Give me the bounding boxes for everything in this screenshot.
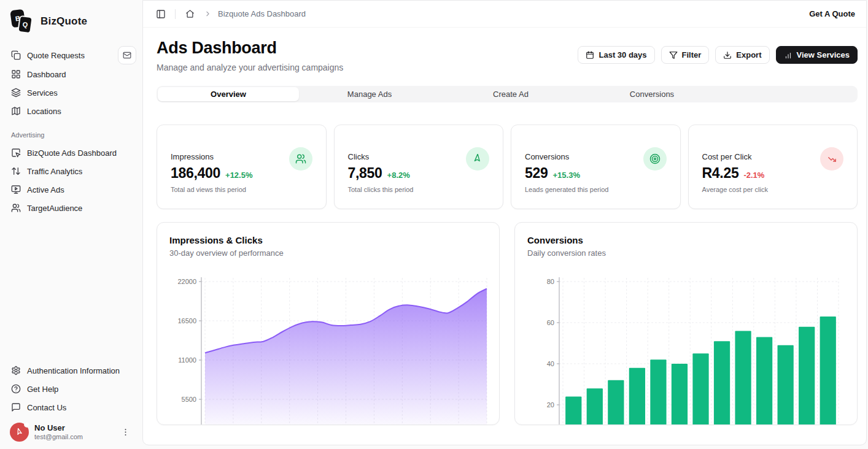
brand: B Q BizQuote [6,0,136,45]
sidebar-item-label: Locations [27,107,61,116]
main-panel: Bizquote Ads Dashboard Get A Quote Ads D… [142,0,867,445]
stat-description: Total ad views this period [171,186,312,193]
users-icon [289,147,312,171]
get-a-quote-link[interactable]: Get A Quote [809,9,855,18]
download-icon [723,51,732,59]
chevron-right-icon [204,10,212,18]
chart-subtitle: 30-day overview of performance [169,248,487,258]
stat-value: 529 [525,165,548,182]
topbar: Bizquote Ads Dashboard Get A Quote [143,1,866,28]
impressions-clicks-chart-card: Impressions & Clicks 30-day overview of … [157,222,500,425]
svg-text:22000: 22000 [177,278,196,285]
sidebar-item-services[interactable]: Services [6,84,136,101]
sidebar: B Q BizQuote Quote Requests Dashbo [0,0,142,449]
filter-label: Filter [682,50,702,59]
user-name: No User [34,423,113,433]
sidebar-item-targetaudience[interactable]: TargetAudience [6,199,136,217]
monitor-play-icon [11,185,21,194]
sidebar-item-label: Dashboard [27,70,66,79]
sidebar-item-label: TargetAudience [27,204,82,213]
home-breadcrumb-button[interactable] [182,6,198,22]
date-range-button[interactable]: Last 30 days [578,46,654,64]
stat-delta: -2.1% [743,171,764,180]
svg-text:16500: 16500 [177,317,196,324]
sidebar-item-get-help[interactable]: Get Help [6,380,136,397]
filter-icon [669,51,678,59]
trending-down-icon [820,147,843,171]
stat-value: R4.25 [702,165,739,182]
filter-button[interactable]: Filter [661,46,710,64]
chart-title: Conversions [527,235,845,245]
export-label: Export [736,50,761,59]
cursor-icon [15,428,24,437]
avatar [10,423,29,442]
sidebar-toggle-button[interactable] [153,6,169,22]
sidebar-item-label: Authentication Information [27,366,120,375]
bar-chart-icon [784,51,792,59]
page-subtitle: Manage and analyze your advertising camp… [157,63,343,72]
users-icon [11,203,21,213]
sidebar-item-authentication-information[interactable]: Authentication Information [6,362,136,379]
page-head: Ads Dashboard Manage and analyze your ad… [157,39,858,72]
tab-list: Overview Manage Ads Create Ad Conversion… [157,86,858,102]
stat-value: 7,850 [348,165,382,182]
content: Ads Dashboard Manage and analyze your ad… [143,28,866,445]
sidebar-item-bizquote-ads-dashboard[interactable]: BizQuote Ads Dashboard [6,144,136,161]
quote-requests-mail-button[interactable] [118,46,136,64]
page-head-text: Ads Dashboard Manage and analyze your ad… [157,39,343,72]
sidebar-item-traffic-analytics[interactable]: Traffic Analytics [6,163,136,180]
stat-description: Leads generated this period [525,186,667,193]
sidebar-spacer [6,217,136,361]
map-icon [11,106,21,116]
sidebar-item-label: Active Ads [27,185,64,194]
sidebar-item-label: Get Help [27,385,58,394]
topbar-divider [175,9,176,19]
page-title: Ads Dashboard [157,39,343,58]
mouse-pointer-icon [466,147,489,171]
app-root: B Q BizQuote Quote Requests Dashbo [0,0,868,449]
sidebar-item-dashboard[interactable]: Dashboard [6,66,136,83]
charts-row: Impressions & Clicks 30-day overview of … [157,222,858,425]
bizquote-logo-icon: B Q [11,9,33,34]
stat-card-impressions: Impressions 186,400 +12.5% Total ad view… [157,125,327,209]
sidebar-item-contact-us[interactable]: Contact Us [6,399,136,416]
head-actions: Last 30 days Filter Export [578,46,858,64]
conversions-chart-card: Conversions Daily conversion rates 80604… [514,222,858,425]
user-menu-button[interactable] [118,425,133,439]
chat-icon [11,402,21,412]
user-meta: No User test@gmail.com [34,423,113,441]
stat-delta: +8.2% [387,171,410,180]
user-profile[interactable]: No User test@gmail.com [6,416,136,449]
export-button[interactable]: Export [715,46,769,64]
gear-icon [11,366,21,375]
arrows-up-down-icon [11,166,21,176]
sidebar-item-active-ads[interactable]: Active Ads [6,181,136,198]
stat-value: 186,400 [171,165,220,182]
view-services-button[interactable]: View Services [776,46,858,64]
svg-text:40: 40 [547,360,554,367]
tab-overview[interactable]: Overview [158,87,299,101]
svg-text:20: 20 [547,401,554,409]
sidebar-item-locations[interactable]: Locations [6,102,136,120]
tab-create-ad[interactable]: Create Ad [440,87,581,101]
sidebar-item-label: BizQuote Ads Dashboard [27,148,117,158]
target-icon [643,147,667,171]
stat-description: Average cost per click [702,186,844,193]
sidebar-item-label: Contact Us [27,403,66,412]
mail-icon [123,51,131,59]
breadcrumb[interactable]: Bizquote Ads Dashboard [218,9,306,18]
stat-card-clicks: Clicks 7,850 +8.2% Total clicks this per… [334,125,504,209]
sidebar-item-quote-requests[interactable]: Quote Requests [6,47,118,64]
grid-icon [11,69,21,79]
tab-conversions[interactable]: Conversions [581,87,723,101]
chart-subtitle: Daily conversion rates [527,248,845,258]
tab-manage-ads[interactable]: Manage Ads [299,87,440,101]
date-range-label: Last 30 days [599,50,646,59]
calendar-icon [586,51,594,59]
stat-cards: Impressions 186,400 +12.5% Total ad view… [157,125,858,209]
sidebar-item-label: Services [27,88,58,98]
svg-text:11000: 11000 [178,356,196,364]
logo-tile-q: Q [17,15,33,34]
layers-icon [11,88,21,98]
stat-delta: +15.3% [552,171,579,180]
